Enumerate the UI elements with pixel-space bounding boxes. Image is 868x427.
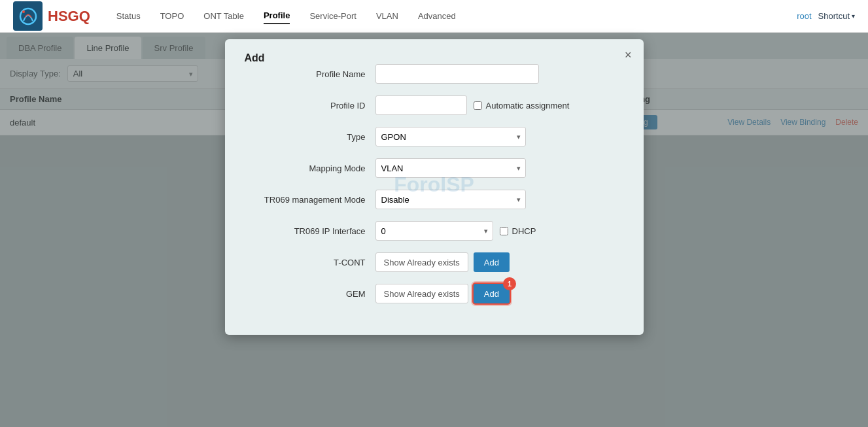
dhcp-checkbox[interactable] — [500, 227, 508, 235]
nav-ont-table[interactable]: ONT Table — [203, 9, 244, 24]
profile-name-input[interactable] — [375, 64, 539, 84]
logo-text: HSGQ — [48, 8, 90, 25]
nav-shortcut[interactable]: Shortcut ▾ — [818, 11, 855, 21]
modal-title: Add — [245, 52, 265, 63]
nav-service-port[interactable]: Service-Port — [309, 9, 356, 24]
gem-add-button-wrapper: Add 1 — [468, 284, 510, 303]
svg-point-1 — [22, 10, 25, 13]
nav-profile[interactable]: Profile — [264, 8, 290, 24]
tcont-label: T-CONT — [245, 258, 375, 267]
profile-name-label: Profile Name — [245, 69, 375, 79]
automatic-assignment-checkbox[interactable] — [474, 101, 482, 110]
form-row-type: Type GPON EPON XGS-PON — [245, 127, 624, 146]
nav-links: Status TOPO ONT Table Profile Service-Po… — [116, 8, 797, 24]
form-row-profile-id: Profile ID Automatic assignment — [245, 95, 624, 115]
top-navigation: HSGQ Status TOPO ONT Table Profile Servi… — [0, 0, 868, 33]
tr069-mode-label: TR069 management Mode — [245, 195, 375, 205]
gem-label: GEM — [245, 289, 375, 299]
modal-overlay: Add × ForoISP Profile Name Profile ID Au… — [0, 33, 868, 427]
nav-right: root Shortcut ▾ — [797, 11, 855, 21]
tr069-ip-label: TR069 IP Interface — [245, 226, 375, 236]
tr069-ip-select-wrapper: 0 1 2 — [375, 221, 493, 241]
dhcp-label: DHCP — [500, 226, 536, 236]
form-row-tcont: T-CONT Show Already exists Add — [245, 252, 624, 272]
profile-id-label: Profile ID — [245, 101, 375, 111]
tr069-ip-select[interactable]: 0 1 2 — [375, 221, 493, 241]
main-content: DBA Profile Line Profile Srv Profile Dis… — [0, 33, 868, 427]
modal-close-button[interactable]: × — [625, 49, 632, 61]
form-row-profile-name: Profile Name — [245, 64, 624, 84]
automatic-assignment-label: Automatic assignment — [474, 101, 570, 111]
chevron-down-icon: ▾ — [852, 12, 855, 20]
form-row-mapping-mode: Mapping Mode VLAN GEM Priority — [245, 158, 624, 178]
nav-vlan[interactable]: VLAN — [376, 9, 398, 24]
type-label: Type — [245, 132, 375, 142]
form-row-tr069-mode: TR069 management Mode Disable Enable — [245, 190, 624, 209]
logo-area: HSGQ — [13, 1, 90, 31]
tr069-mode-select-wrapper: Disable Enable — [375, 190, 526, 209]
form-row-gem: GEM Show Already exists Add 1 — [245, 284, 624, 303]
gem-show-already-button[interactable]: Show Already exists — [375, 284, 468, 303]
profile-id-input[interactable] — [375, 95, 467, 115]
tcont-add-button[interactable]: Add — [474, 252, 510, 272]
nav-topo[interactable]: TOPO — [160, 9, 184, 24]
form-row-tr069-ip: TR069 IP Interface 0 1 2 DHCP — [245, 221, 624, 241]
mapping-mode-label: Mapping Mode — [245, 163, 375, 173]
nav-user[interactable]: root — [797, 11, 811, 21]
type-select-wrapper: GPON EPON XGS-PON — [375, 127, 526, 146]
type-select[interactable]: GPON EPON XGS-PON — [375, 127, 526, 146]
gem-badge: 1 — [503, 277, 516, 290]
modal-dialog: Add × ForoISP Profile Name Profile ID Au… — [225, 39, 644, 335]
nav-advanced[interactable]: Advanced — [418, 9, 456, 24]
mapping-mode-select[interactable]: VLAN GEM Priority — [375, 158, 526, 178]
tcont-show-already-button[interactable]: Show Already exists — [375, 252, 468, 272]
logo-icon — [13, 1, 43, 31]
nav-status[interactable]: Status — [116, 9, 141, 24]
mapping-mode-select-wrapper: VLAN GEM Priority — [375, 158, 526, 178]
tr069-mode-select[interactable]: Disable Enable — [375, 190, 526, 209]
